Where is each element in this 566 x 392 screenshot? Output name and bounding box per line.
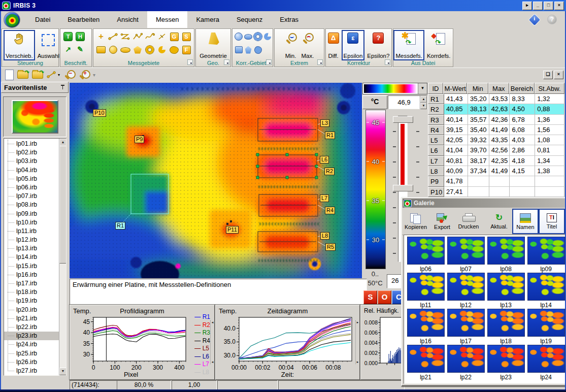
temperature-scale-bar[interactable]: 45403530: [365, 110, 386, 269]
favorites-item-lp06[interactable]: lp06.irb: [4, 183, 59, 192]
favorites-item-lp14[interactable]: lp14.irb: [4, 253, 59, 262]
geo-dialog-launcher[interactable]: [224, 59, 229, 65]
favorites-item-lp18[interactable]: lp18.irb: [4, 288, 59, 297]
favorites-item-lp03[interactable]: lp03.irb: [4, 157, 59, 166]
circle-corr-icon[interactable]: [235, 32, 243, 41]
messdefs-button[interactable]: ✱↷ Messdefs.: [393, 30, 424, 60]
korr-gebiete-dialog-launcher[interactable]: [266, 59, 272, 65]
drucken-button[interactable]: Drucken: [455, 209, 482, 234]
gallery-thumbnail[interactable]: [527, 273, 565, 301]
app-logo-icon[interactable]: [4, 12, 20, 28]
galerie-title-bar[interactable]: Galerie: [403, 199, 566, 208]
gallery-item-lp07[interactable]: lp07: [446, 237, 486, 273]
menu-item-bearbeiten[interactable]: Bearbeiten: [59, 11, 108, 28]
zigzag-line-icon[interactable]: [120, 33, 130, 40]
s-region-icon[interactable]: S: [182, 32, 191, 41]
favorites-item-lp07[interactable]: lp07.irb: [4, 192, 59, 201]
gallery-item-lp13[interactable]: lp13: [486, 273, 526, 309]
gallery-thumbnail[interactable]: [407, 309, 445, 337]
open-file-icon[interactable]: ↷: [17, 71, 28, 79]
g-region-icon[interactable]: G: [170, 32, 179, 41]
table-row-r3[interactable]: R340,1435,5742,366,781,36: [428, 115, 564, 125]
gallery-thumbnail[interactable]: [407, 345, 445, 373]
table-header-max[interactable]: Max: [488, 83, 509, 94]
favorites-item-lp16[interactable]: lp16.irb: [4, 271, 59, 279]
open-sequence-icon[interactable]: ↷: [32, 71, 43, 79]
gallery-thumbnail[interactable]: [527, 237, 565, 265]
auswahl-button[interactable]: Auswahl: [36, 30, 61, 60]
thermal-label-l6[interactable]: L6: [320, 156, 329, 164]
polygon-corr-icon[interactable]: [245, 46, 252, 54]
menu-item-extras[interactable]: Extras: [271, 11, 307, 28]
favorites-item-lp09[interactable]: lp09.irb: [4, 210, 59, 218]
table-header-stabw[interactable]: St.Abw.: [535, 83, 564, 94]
export-button[interactable]: Export: [429, 209, 455, 234]
favorites-item-lp04[interactable]: lp04.irb: [4, 166, 59, 175]
scroll-up-icon[interactable]: ▲: [59, 139, 66, 146]
gallery-item-lp14[interactable]: lp14: [526, 273, 565, 309]
favorites-scrollbar[interactable]: ▲ ▼: [59, 139, 66, 375]
gallery-item-lp22[interactable]: lp22: [446, 345, 486, 381]
polyline-icon[interactable]: [132, 33, 143, 40]
pin-icon[interactable]: [60, 84, 65, 90]
s-button[interactable]: S: [363, 290, 377, 304]
favorites-item-lp11[interactable]: lp11.irb: [4, 227, 59, 236]
thermal-label-p11[interactable]: P11: [226, 226, 239, 234]
korrdefs-button[interactable]: ◆↷ Korrdefs.: [425, 30, 453, 60]
favorites-item-lp12[interactable]: lp12.irb: [4, 236, 59, 244]
zoom-out-icon[interactable]: −: [63, 70, 75, 80]
extrem-dialog-launcher[interactable]: [317, 59, 323, 65]
thermal-label-r4[interactable]: R4: [325, 207, 335, 214]
line-measure-icon[interactable]: ▾: [47, 71, 60, 78]
favorites-item-lp08[interactable]: lp08.irb: [4, 201, 59, 209]
pie-region-icon[interactable]: [158, 46, 165, 53]
f-region-icon[interactable]: F: [182, 46, 191, 54]
gallery-item-lp08[interactable]: lp08: [486, 237, 526, 273]
thermal-label-r2[interactable]: R2: [324, 168, 335, 175]
zoom-in-icon[interactable]: +: [78, 70, 89, 80]
gallery-thumbnail[interactable]: [447, 345, 485, 373]
ring-region-icon[interactable]: [146, 46, 154, 54]
rectangle-corr-icon[interactable]: [235, 46, 243, 53]
gallery-item-lp11[interactable]: lp11: [406, 273, 446, 309]
favorites-item-lp10[interactable]: lp10.irb: [4, 218, 59, 227]
table-header-bereich[interactable]: Bereich: [509, 83, 535, 94]
pie-corr-icon[interactable]: [264, 33, 271, 40]
profile-chart[interactable]: 303540450100200300400: [70, 313, 192, 378]
thermal-label-l3[interactable]: L3: [320, 119, 329, 127]
level-spinner[interactable]: ▲▼: [420, 96, 427, 109]
gallery-item-lp12[interactable]: lp12: [446, 273, 486, 309]
close-panel-button[interactable]: ×: [554, 71, 563, 79]
table-header-mwert[interactable]: M-Wert: [443, 83, 467, 94]
gallery-item-lp19[interactable]: lp19: [526, 309, 565, 345]
table-header-id[interactable]: ID: [428, 83, 443, 94]
gallery-item-lp09[interactable]: lp09: [526, 237, 565, 273]
gallery-thumbnail[interactable]: [447, 309, 485, 337]
kopieren-button[interactable]: Kopieren: [403, 209, 429, 234]
gallery-item-lp18[interactable]: lp18: [486, 309, 526, 345]
image-caption[interactable]: Erwärmung einer Platine, mit Messstellen…: [70, 279, 367, 308]
favorites-item-lp22[interactable]: lp22.irb: [4, 323, 59, 332]
gallery-thumbnail[interactable]: [487, 237, 525, 265]
ring-corr-icon[interactable]: [254, 32, 262, 41]
gallery-thumbnail[interactable]: [487, 345, 525, 373]
favorites-item-lp24[interactable]: lp24.irb: [4, 340, 59, 349]
favorites-item-lp25[interactable]: lp25.irb: [4, 349, 59, 358]
favorites-item-lp02[interactable]: lp02.irb: [4, 148, 59, 157]
ellipse-corr-icon[interactable]: [244, 34, 252, 40]
toolbar-overflow-icon[interactable]: ▾: [93, 72, 95, 78]
system-menu-button[interactable]: ▸: [522, 2, 532, 10]
namen-button[interactable]: Namen: [512, 209, 539, 234]
freeform-corr-icon[interactable]: [254, 46, 262, 54]
text-label-icon[interactable]: T: [63, 32, 73, 41]
gallery-item-lp16[interactable]: lp16: [406, 309, 446, 345]
o-button[interactable]: O: [378, 290, 391, 304]
histogram-chart[interactable]: 0.0000.0020.0040.0060.008: [361, 314, 404, 378]
scroll-down-icon[interactable]: ▼: [59, 368, 66, 375]
thermal-label-r1[interactable]: R1: [115, 222, 125, 230]
palette-dropdown-icon[interactable]: ▼: [418, 83, 427, 94]
thermal-label-p10[interactable]: P10: [93, 109, 106, 117]
circle-region-icon[interactable]: [109, 46, 117, 54]
level-high-input[interactable]: 46,9 ▲▼: [388, 95, 427, 109]
favorites-item-lp26[interactable]: lp26.irb: [4, 358, 59, 367]
